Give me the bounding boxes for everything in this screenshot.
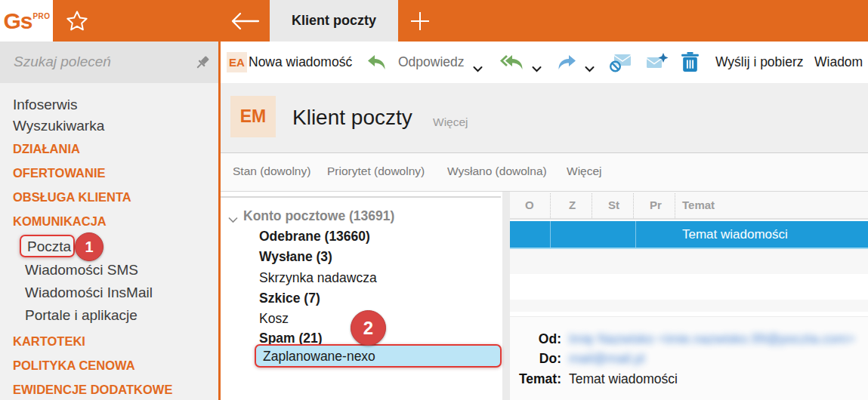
delete-trash-icon[interactable] xyxy=(681,51,700,76)
message-list-header: O Z St Pr Temat xyxy=(510,192,868,220)
sidebar-section-ofertowanie[interactable]: OFERTOWANIE xyxy=(13,166,106,180)
command-search-bar xyxy=(0,42,218,83)
folder-item-wyslane[interactable]: Wysłane (3) xyxy=(259,249,332,265)
panel-splitter[interactable] xyxy=(502,192,510,400)
tab-klient-poczty[interactable]: Klient poczty xyxy=(270,0,398,42)
forward-dropdown-chevron-icon[interactable] xyxy=(585,62,595,75)
column-separator xyxy=(592,193,592,218)
annotation-box-zaplanowane-nexo: Zaplanowane-nexo xyxy=(255,344,502,368)
filter-wiecej[interactable]: Więcej xyxy=(567,165,602,178)
app-window: GsPRO Klient poczty Infoserwis Wyszukiwa… xyxy=(0,0,868,400)
mail-toolbar: EA Nowa wiadomość Odpowiedz Wyślij xyxy=(221,42,868,83)
tab-label: Klient poczty xyxy=(292,13,376,29)
empty-list-row xyxy=(510,249,868,274)
sidebar-item-wiadomosci-insmail[interactable]: Wiadomości InsMail xyxy=(25,285,153,301)
sidebar-section-dzialania[interactable]: DZIAŁANIA xyxy=(13,142,80,156)
row-cell-separator xyxy=(550,221,551,248)
sidebar-item-wiadomosci-sms[interactable]: Wiadomości SMS xyxy=(25,262,138,278)
folder-item-odebrane[interactable]: Odebrane (13660) xyxy=(259,229,370,245)
empty-list-row xyxy=(510,300,868,312)
selected-message-row[interactable]: Temat wiadomości xyxy=(510,221,868,249)
column-header-st[interactable]: St xyxy=(608,198,619,211)
row-cell-separator xyxy=(635,221,636,248)
column-header-temat[interactable]: Temat xyxy=(682,198,715,211)
column-separator xyxy=(633,193,634,218)
reply-icon[interactable] xyxy=(366,54,388,75)
message-list: O Z St Pr Temat Temat wiadomości xyxy=(510,192,868,317)
forward-icon[interactable] xyxy=(556,54,577,75)
favorites-star-icon[interactable] xyxy=(65,9,89,33)
folder-tree-panel: Konto pocztowe (13691) Odebrane (13660) … xyxy=(221,192,502,400)
tree-top-divider xyxy=(221,196,501,198)
page-title: Klient poczty xyxy=(292,106,412,130)
column-header-z[interactable]: Z xyxy=(569,198,576,211)
folder-item-szkice[interactable]: Szkice (7) xyxy=(259,291,320,306)
sidebar: Infoserwis Wyszukiwarka DZIAŁANIA OFERTO… xyxy=(0,42,218,400)
logo-pro-label: PRO xyxy=(32,12,50,20)
to-label: Do: xyxy=(510,351,561,367)
folder-item-skrzynka-nadawcza[interactable]: Skrzynka nadawcza xyxy=(259,270,377,286)
top-bar: GsPRO Klient poczty xyxy=(0,0,868,42)
app-logo[interactable]: GsPRO xyxy=(0,0,53,42)
sidebar-item-poczta[interactable]: Poczta xyxy=(27,238,71,255)
pin-icon[interactable] xyxy=(194,54,211,71)
from-value-blurred: Imię Nazwisko <imie.nazwisko.99@poczta.c… xyxy=(569,331,855,347)
message-preview-pane: Od: Imię Nazwisko <imie.nazwisko.99@pocz… xyxy=(510,316,868,400)
messages-menu-button[interactable]: Wiadom xyxy=(814,54,863,70)
new-message-button[interactable]: Nowa wiadomość xyxy=(249,54,352,70)
sidebar-section-obsluga-klienta[interactable]: OBSŁUGA KLIENTA xyxy=(13,190,131,205)
filter-stan[interactable]: Stan (dowolny) xyxy=(233,165,310,178)
filter-priorytet[interactable]: Priorytet (dowolny) xyxy=(327,165,425,178)
sidebar-item-infoserwis[interactable]: Infoserwis xyxy=(13,97,78,113)
sidebar-section-ewidencje-dodatkowe[interactable]: EWIDENCJE DODATKOWE xyxy=(13,383,172,397)
search-input[interactable] xyxy=(14,51,180,73)
new-mail-sparkle-icon[interactable] xyxy=(645,52,669,75)
send-receive-button[interactable]: Wyślij i pobierz xyxy=(715,54,804,70)
mark-spam-icon[interactable] xyxy=(609,52,632,75)
subject-label: Temat: xyxy=(510,371,561,387)
sidebar-item-wyszukiwarka[interactable]: Wyszukiwarka xyxy=(13,118,104,134)
reply-dropdown-chevron-icon[interactable] xyxy=(473,62,483,75)
filter-bar: Stan (dowolny) Priorytet (dowolny) Wysła… xyxy=(221,153,868,192)
column-separator xyxy=(550,193,551,218)
sidebar-section-komunikacja[interactable]: KOMUNIKACJA xyxy=(13,214,107,229)
annotation-box-poczta: Poczta xyxy=(20,235,75,257)
title-more-link[interactable]: Więcej xyxy=(433,115,468,129)
selected-message-subject: Temat wiadomości xyxy=(682,227,788,242)
annotation-badge-1: 1 xyxy=(75,232,103,261)
folder-root-konto-pocztowe[interactable]: Konto pocztowe (13691) xyxy=(243,208,394,224)
new-message-ea-badge: EA xyxy=(227,52,247,72)
column-separator xyxy=(675,193,675,218)
reply-all-dropdown-chevron-icon[interactable] xyxy=(532,62,542,75)
from-label: Od: xyxy=(510,331,561,347)
logo-text: Gs xyxy=(3,8,32,33)
sidebar-item-portale-i-aplikacje[interactable]: Portale i aplikacje xyxy=(25,307,137,324)
new-tab-plus-icon[interactable] xyxy=(409,10,431,32)
to-value-blurred: mail@mail.pl xyxy=(569,351,644,367)
tree-collapse-chevron-icon[interactable] xyxy=(228,213,238,226)
folder-item-kosz[interactable]: Kosz xyxy=(259,311,289,327)
sidebar-section-kartoteki[interactable]: KARTOTEKI xyxy=(13,334,85,349)
back-arrow-icon[interactable] xyxy=(229,11,261,32)
subject-value: Temat wiadomości xyxy=(569,371,678,387)
module-header: EM Klient poczty Więcej xyxy=(221,83,868,153)
module-em-badge: EM xyxy=(230,96,276,137)
reply-button[interactable]: Odpowiedz xyxy=(398,54,465,70)
annotation-badge-2: 2 xyxy=(351,310,386,346)
folder-item-zaplanowane-nexo[interactable]: Zaplanowane-nexo xyxy=(263,349,375,365)
sidebar-section-polityka-cenowa[interactable]: POLITYKA CENOWA xyxy=(13,358,135,373)
reply-all-icon[interactable] xyxy=(500,54,524,75)
column-header-o[interactable]: O xyxy=(525,198,534,211)
column-header-pr[interactable]: Pr xyxy=(650,198,662,211)
filter-wyslano[interactable]: Wysłano (dowolna) xyxy=(447,165,547,178)
